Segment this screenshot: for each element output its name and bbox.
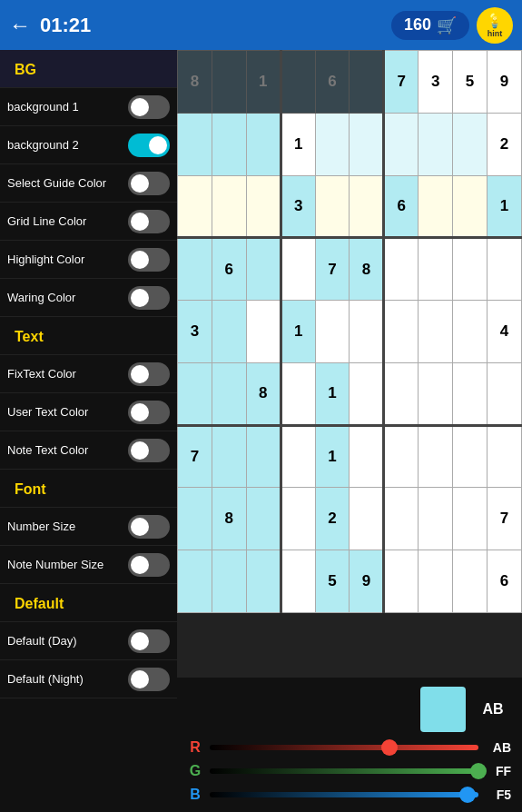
cell[interactable] [384, 301, 419, 363]
cell[interactable] [453, 175, 488, 238]
cell[interactable]: 5 [453, 51, 488, 114]
cell[interactable] [178, 113, 212, 175]
cell[interactable]: 6 [315, 51, 350, 114]
number-size-toggle[interactable] [128, 515, 170, 539]
cell[interactable] [178, 175, 212, 238]
cell[interactable]: 3 [178, 301, 212, 363]
cell[interactable] [453, 425, 488, 488]
cell[interactable] [453, 362, 488, 425]
cell[interactable] [281, 425, 315, 488]
note-number-size-toggle[interactable] [128, 553, 170, 577]
background1-row[interactable]: background 1 [0, 88, 177, 126]
cell[interactable] [350, 113, 384, 175]
cell[interactable] [315, 175, 350, 238]
cell[interactable] [178, 238, 212, 301]
cell[interactable] [384, 550, 419, 613]
cell[interactable] [384, 488, 419, 550]
cell[interactable] [246, 488, 281, 550]
r-slider-thumb[interactable] [381, 739, 398, 756]
default-day-row[interactable]: Default (Day) [0, 622, 177, 660]
cell[interactable] [419, 488, 453, 550]
cell[interactable]: 9 [488, 51, 522, 114]
cell[interactable] [212, 301, 246, 363]
cell[interactable] [453, 113, 488, 175]
background2-toggle[interactable] [128, 134, 170, 157]
cell[interactable] [350, 175, 384, 238]
cell[interactable] [419, 425, 453, 488]
cell[interactable] [281, 238, 315, 301]
cell[interactable]: 1 [315, 362, 350, 425]
cell[interactable]: 4 [488, 301, 522, 363]
number-size-row[interactable]: Number Size [0, 508, 177, 546]
cell[interactable] [281, 488, 315, 550]
cell[interactable]: 6 [488, 550, 522, 613]
background1-toggle[interactable] [128, 95, 170, 119]
warning-color-row[interactable]: Waring Color [0, 279, 177, 317]
cell[interactable] [419, 113, 453, 175]
cell[interactable]: 8 [350, 238, 384, 301]
cell[interactable]: 7 [315, 238, 350, 301]
cell[interactable] [350, 301, 384, 363]
cell[interactable] [246, 550, 281, 613]
cell[interactable] [246, 113, 281, 175]
cell[interactable] [384, 238, 419, 301]
cell[interactable] [419, 362, 453, 425]
cell[interactable] [453, 238, 488, 301]
cell[interactable]: 7 [384, 51, 419, 114]
user-text-color-row[interactable]: User Text Color [0, 393, 177, 431]
fixtext-color-row[interactable]: FixText Color [0, 355, 177, 393]
cell[interactable] [212, 362, 246, 425]
note-text-color-toggle[interactable] [128, 439, 170, 462]
cell[interactable]: 9 [350, 550, 384, 613]
cell[interactable] [350, 488, 384, 550]
cell[interactable]: 1 [246, 51, 281, 114]
cell[interactable]: 6 [384, 175, 419, 238]
user-text-color-toggle[interactable] [128, 401, 170, 424]
cell[interactable] [178, 550, 212, 613]
g-slider-thumb[interactable] [470, 763, 487, 779]
cell[interactable] [384, 362, 419, 425]
cell[interactable] [281, 550, 315, 613]
cell[interactable]: 2 [488, 113, 522, 175]
cell[interactable] [419, 175, 453, 238]
highlight-color-toggle[interactable] [128, 248, 170, 272]
cell[interactable] [212, 113, 246, 175]
cell[interactable] [212, 425, 246, 488]
cell[interactable] [488, 238, 522, 301]
default-night-toggle[interactable] [128, 668, 170, 691]
cell[interactable] [246, 175, 281, 238]
cell[interactable] [281, 51, 315, 114]
r-slider-track[interactable] [210, 745, 478, 750]
cell[interactable] [419, 238, 453, 301]
cell[interactable]: 1 [315, 425, 350, 488]
cell[interactable] [315, 113, 350, 175]
cell[interactable]: 1 [281, 301, 315, 363]
cell[interactable] [419, 301, 453, 363]
cart-icon[interactable]: 🛒 [437, 15, 457, 35]
cell[interactable]: 3 [281, 175, 315, 238]
cell[interactable]: 1 [281, 113, 315, 175]
cell[interactable] [384, 113, 419, 175]
cell[interactable] [246, 301, 281, 363]
cell[interactable] [384, 425, 419, 488]
cell[interactable] [453, 301, 488, 363]
cell[interactable]: 7 [178, 425, 212, 488]
cell[interactable]: 3 [419, 51, 453, 114]
select-guide-color-toggle[interactable] [128, 172, 170, 195]
cell[interactable] [350, 362, 384, 425]
highlight-color-row[interactable]: Highlight Color [0, 241, 177, 279]
cell[interactable]: 8 [246, 362, 281, 425]
cell[interactable]: 7 [488, 488, 522, 550]
cell[interactable] [315, 301, 350, 363]
hint-button[interactable]: 💡 hint [477, 7, 513, 44]
cell[interactable] [246, 238, 281, 301]
cell[interactable] [453, 488, 488, 550]
cell[interactable]: 8 [178, 51, 212, 114]
cell[interactable] [419, 550, 453, 613]
g-slider-track[interactable] [210, 768, 478, 774]
cell[interactable] [178, 362, 212, 425]
back-button[interactable]: ← [9, 13, 31, 38]
cell[interactable] [350, 425, 384, 488]
cell[interactable] [350, 51, 384, 114]
cell[interactable]: 5 [315, 550, 350, 613]
